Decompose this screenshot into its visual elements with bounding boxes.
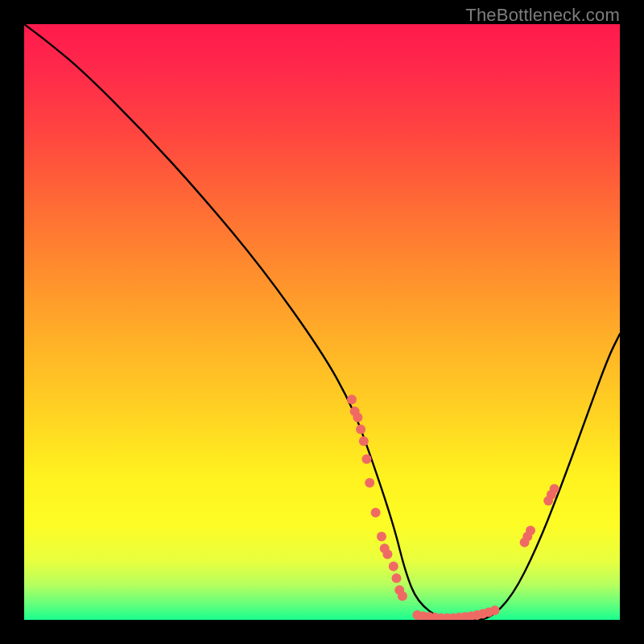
chart-svg (24, 24, 620, 620)
watermark-text: TheBottleneck.com (465, 5, 620, 26)
data-point (353, 412, 362, 422)
data-point (347, 394, 357, 404)
data-point (526, 526, 535, 535)
data-point (359, 436, 369, 446)
data-point (371, 508, 381, 518)
data-point (550, 484, 559, 493)
data-point (365, 478, 374, 488)
data-point (382, 550, 392, 559)
data-point (377, 531, 386, 541)
data-points-group (347, 394, 559, 620)
data-point (356, 424, 365, 434)
data-point (398, 591, 407, 601)
data-point (392, 573, 402, 583)
chart-plot-area (24, 24, 620, 620)
data-point (490, 605, 500, 615)
data-point (389, 561, 398, 571)
data-point (362, 454, 372, 464)
